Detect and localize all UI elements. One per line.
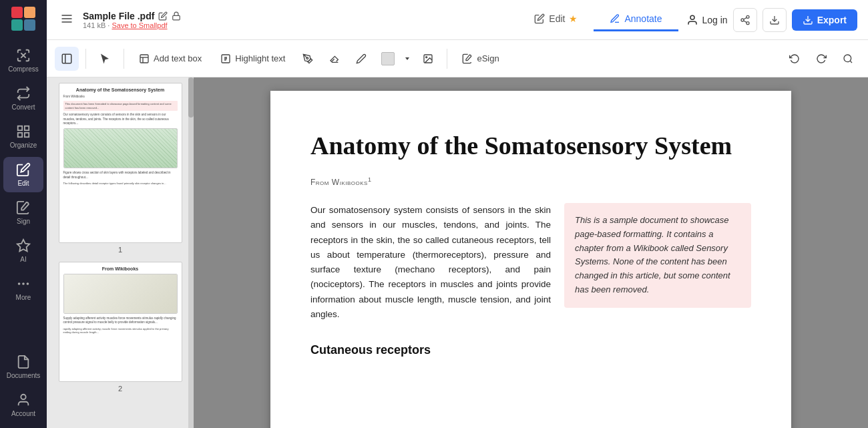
- tab-star-icon: ★: [569, 13, 578, 24]
- svg-marker-31: [405, 57, 409, 60]
- shapes-group: [376, 47, 413, 71]
- body-first-section: Our somatosensory system consists of sen…: [310, 203, 751, 331]
- svg-rect-1: [24, 7, 35, 18]
- svg-rect-7: [18, 133, 22, 137]
- svg-rect-3: [24, 19, 35, 31]
- svg-point-9: [19, 283, 20, 284]
- image-insert-button[interactable]: [416, 47, 440, 71]
- select-tool-button[interactable]: [93, 47, 117, 71]
- tab-edit[interactable]: Edit ★: [518, 8, 594, 31]
- add-text-box-button[interactable]: Add text box: [131, 49, 210, 68]
- toolbar-divider-1: [85, 49, 86, 69]
- shapes-dropdown-button[interactable]: [401, 47, 413, 71]
- header-tabs: Edit ★ Annotate: [518, 8, 678, 31]
- file-name: Sample File .pdf: [83, 11, 181, 21]
- share-button[interactable]: [733, 8, 757, 32]
- page-1-thumbnail[interactable]: Anatomy of the Somatosensory System From…: [59, 83, 182, 243]
- edit-filename-icon[interactable]: [158, 11, 168, 21]
- page-2-thumbnail-container: From Wikibooks Supply adapting afferent …: [57, 262, 184, 393]
- svg-line-21: [743, 21, 746, 23]
- sidebar-item-sign[interactable]: Sign: [3, 195, 43, 230]
- highlight-text-button[interactable]: Highlight text: [212, 49, 293, 68]
- document-subtitle: From Wikibooks1: [310, 176, 751, 187]
- shape-color-swatch: [381, 52, 395, 65]
- svg-rect-25: [62, 54, 71, 63]
- document-page: Anatomy of the Somatosensory System From…: [270, 91, 791, 428]
- svg-point-11: [27, 283, 29, 284]
- page-1-thumbnail-container: Anatomy of the Somatosensory System From…: [57, 83, 184, 254]
- svg-rect-2: [11, 19, 23, 31]
- svg-line-35: [850, 61, 852, 63]
- scroll-thumb[interactable]: [188, 77, 194, 118]
- svg-rect-16: [173, 15, 180, 19]
- sidebar: Compress Convert Organize Edit Sign AI M…: [0, 0, 47, 428]
- file-info: Sample File .pdf 141 kB · Save to Smallp…: [83, 11, 181, 29]
- svg-point-12: [21, 395, 25, 399]
- svg-rect-5: [25, 126, 29, 130]
- sidebar-item-convert[interactable]: Convert: [3, 81, 43, 116]
- sidebar-item-organize[interactable]: Organize: [3, 119, 43, 154]
- sidebar-toggle-button[interactable]: [55, 47, 79, 71]
- page-2-thumbnail[interactable]: From Wikibooks Supply adapting afferent …: [59, 262, 182, 382]
- svg-point-34: [844, 55, 851, 62]
- svg-point-10: [23, 283, 24, 284]
- svg-rect-27: [140, 55, 148, 63]
- export-button[interactable]: Export: [792, 9, 857, 31]
- svg-point-18: [746, 15, 749, 18]
- sidebar-item-account[interactable]: Account: [3, 387, 43, 423]
- menu-button[interactable]: [57, 9, 76, 30]
- search-button[interactable]: [836, 47, 860, 71]
- svg-point-20: [746, 21, 749, 24]
- login-button[interactable]: Log in: [686, 14, 728, 26]
- svg-rect-6: [25, 133, 29, 137]
- svg-point-19: [741, 19, 744, 21]
- save-to-smallpdf-link[interactable]: Save to Smallpdf: [112, 21, 167, 29]
- tab-annotate[interactable]: Annotate: [594, 8, 678, 31]
- svg-point-33: [426, 56, 427, 57]
- sidebar-item-more[interactable]: More: [3, 271, 43, 306]
- page-2-number: 2: [118, 385, 122, 393]
- file-meta: 141 kB · Save to Smallpdf: [83, 21, 181, 29]
- pen-tool-button[interactable]: [296, 47, 320, 71]
- svg-rect-4: [18, 126, 22, 130]
- svg-marker-8: [17, 240, 29, 251]
- toolbar-divider-3: [447, 49, 447, 69]
- lock-icon: [172, 11, 181, 21]
- download-button[interactable]: [763, 8, 787, 32]
- shapes-button[interactable]: [376, 47, 400, 71]
- toolbar: Add text box Highlight text: [47, 40, 868, 77]
- eraser-tool-button[interactable]: [322, 47, 347, 71]
- content-area: Anatomy of the Somatosensory System From…: [47, 77, 868, 428]
- sidebar-item-documents[interactable]: Documents: [3, 349, 43, 385]
- header: Sample File .pdf 141 kB · Save to Smallp…: [47, 0, 868, 40]
- esign-button[interactable]: eSign: [454, 49, 507, 68]
- body-paragraph-1: Our somatosensory system consists of sen…: [310, 203, 551, 322]
- svg-point-17: [690, 15, 694, 19]
- scroll-track: [188, 77, 194, 428]
- pencil-tool-button[interactable]: [349, 47, 373, 71]
- header-right: Log in Export: [686, 8, 858, 32]
- page-1-number: 1: [118, 246, 122, 254]
- toolbar-divider-2: [124, 49, 124, 69]
- svg-line-22: [743, 17, 746, 19]
- app-logo: [10, 5, 37, 35]
- sidebar-item-edit[interactable]: Edit: [3, 157, 43, 192]
- redo-button[interactable]: [809, 47, 833, 71]
- svg-point-30: [306, 57, 308, 59]
- toolbar-right-actions: [783, 47, 860, 71]
- page-panel: Anatomy of the Somatosensory System From…: [47, 77, 194, 428]
- undo-button[interactable]: [783, 47, 807, 71]
- section-title-cutaneous: Cutaneous receptors: [310, 341, 751, 361]
- svg-rect-0: [11, 7, 23, 18]
- document-body: Our somatosensory system consists of sen…: [310, 203, 751, 361]
- sidebar-item-ai[interactable]: AI: [3, 233, 43, 268]
- document-view[interactable]: Anatomy of the Somatosensory System From…: [194, 77, 868, 428]
- document-title: Anatomy of the Somatosensory System: [310, 131, 751, 160]
- sidebar-item-compress[interactable]: Compress: [3, 43, 43, 78]
- aside-box: This is a sample document to showcase pa…: [564, 203, 751, 308]
